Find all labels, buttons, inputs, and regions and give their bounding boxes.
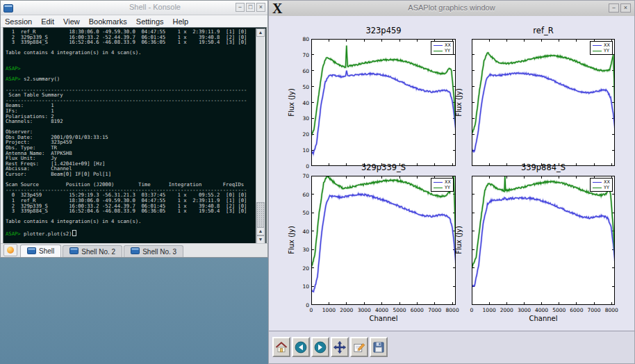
y-tick-label: 70 <box>291 173 309 179</box>
session-ball-icon <box>7 247 14 254</box>
plot-canvas: 323p45901020304050607080ChannelFlux (Jy)… <box>269 16 634 332</box>
legend: XXYY <box>431 41 454 55</box>
legend-entry-XX: XX <box>593 42 610 48</box>
minimize-button[interactable]: − <box>236 3 245 12</box>
terminal-tab-icon <box>27 247 36 256</box>
terminal-tab-icon <box>131 247 140 256</box>
tab-label: Shell No. 3 <box>142 248 176 256</box>
minimize-button[interactable]: − <box>609 3 619 13</box>
y-axis-label: Flux (Jy) <box>288 81 295 123</box>
legend: XXYY <box>590 41 613 55</box>
legend-entry-XX: XX <box>434 179 451 185</box>
legend-entry-YY: YY <box>434 48 451 53</box>
y-tick-label: 10 <box>291 283 309 290</box>
legend-label: XX <box>445 42 451 48</box>
legend-label: XX <box>604 179 610 185</box>
menu-item-session[interactable]: Session <box>5 17 32 26</box>
back-button[interactable] <box>292 337 310 357</box>
plot-area <box>311 176 456 305</box>
home-button[interactable] <box>272 337 290 357</box>
legend-label: YY <box>445 185 450 190</box>
configure-subplots-button[interactable] <box>350 337 368 357</box>
legend-label: XX <box>604 42 610 48</box>
x-axis-label: Channel <box>311 315 456 322</box>
legend-line-sample <box>434 188 443 188</box>
konsole-menubar: SessionEditViewBookmarksSettingsHelp <box>1 15 267 28</box>
konsole-window: Shell - Konsole − □ × SessionEditViewBoo… <box>0 0 268 258</box>
konsole-titlebar[interactable]: Shell - Konsole − □ × <box>1 1 267 15</box>
close-button[interactable]: × <box>256 3 265 12</box>
tab-label: Shell No. 2 <box>81 248 115 256</box>
menu-item-bookmarks[interactable]: Bookmarks <box>89 17 127 26</box>
plot-area <box>472 39 615 166</box>
plot-title: 323p459 <box>297 26 470 35</box>
back-arrow-icon <box>294 340 308 354</box>
asap-prompt: ASAP> <box>6 231 21 237</box>
y-tick-label: 20 <box>291 131 309 138</box>
x-axis-label: Channel <box>472 315 615 322</box>
y-tick-label: 60 <box>291 68 309 74</box>
y-tick-label: 70 <box>291 52 309 58</box>
tab-shell-no-3[interactable]: Shell No. 3 <box>124 245 183 257</box>
y-axis-label: Flux (Jy) <box>455 220 463 261</box>
tab-shell[interactable]: Shell <box>20 245 61 257</box>
asaplot-titlebar[interactable]: X ASAPlot graphics window − × <box>269 1 634 17</box>
legend-label: YY <box>445 48 450 53</box>
subplot-329p339_S: 329p339_S0102030405060700100020003000400… <box>311 176 456 305</box>
pan-arrows-icon <box>333 340 347 354</box>
y-tick-label: 80 <box>291 36 309 42</box>
menu-item-help[interactable]: Help <box>173 17 189 26</box>
asap-prompt: ASAP> <box>6 76 21 82</box>
legend-line-sample <box>593 45 602 46</box>
forward-arrow-icon <box>313 340 327 354</box>
y-axis-label: Flux (Jy) <box>288 220 295 261</box>
maximize-button[interactable]: □ <box>246 3 255 12</box>
subplot-323p459: 323p45901020304050607080ChannelFlux (Jy)… <box>311 39 456 166</box>
terminal-scrollbar[interactable]: ▲ ▲ ▼ <box>256 28 265 244</box>
x-tick-label: 8000 <box>600 307 623 313</box>
legend-line-sample <box>434 45 443 46</box>
terminal-tab-icon <box>69 247 79 256</box>
menu-item-edit[interactable]: Edit <box>41 17 54 26</box>
y-axis-label: Flux (Jy) <box>455 81 463 123</box>
new-session-button[interactable] <box>3 244 17 256</box>
legend: XXYY <box>431 178 454 192</box>
save-button[interactable] <box>370 337 388 357</box>
menu-item-settings[interactable]: Settings <box>136 17 164 26</box>
legend-entry-YY: YY <box>434 185 451 190</box>
legend-entry-YY: YY <box>593 185 610 190</box>
menu-item-view[interactable]: View <box>63 17 80 26</box>
tab-label: Shell <box>39 247 54 255</box>
legend-entry-XX: XX <box>593 179 610 185</box>
floppy-save-icon <box>372 340 386 354</box>
legend-entry-YY: YY <box>593 48 610 53</box>
legend-label: XX <box>445 179 451 185</box>
konsole-app-icon <box>3 3 13 15</box>
scroll-up-button[interactable]: ▲ <box>256 28 265 37</box>
legend-line-sample <box>593 188 602 188</box>
legend: XXYY <box>590 178 613 192</box>
plot-title: ref_R <box>458 26 629 35</box>
y-tick-label: 20 <box>291 265 309 272</box>
plot-toolbar <box>269 331 634 363</box>
tab-shell-no-2[interactable]: Shell No. 2 <box>63 245 122 257</box>
legend-line-sample <box>434 182 443 183</box>
forward-button[interactable] <box>311 337 329 357</box>
legend-entry-XX: XX <box>434 42 451 48</box>
y-tick-label: 10 <box>291 147 309 154</box>
legend-line-sample <box>593 182 602 183</box>
y-tick-label: 60 <box>291 192 309 198</box>
konsole-tabbar: ShellShell No. 2Shell No. 3 <box>1 243 267 257</box>
asaplot-window: X ASAPlot graphics window − × 323p459010… <box>268 0 635 364</box>
close-button[interactable]: × <box>620 3 631 13</box>
scroll-up-button-bottom[interactable]: ▲ <box>256 227 265 235</box>
terminal-area[interactable]: 1 ref_R 18:30:06.0 -49.59.30.0 04:47:55 … <box>3 27 267 245</box>
terminal-text: 1 ref_R 18:30:06.0 -49.59.30.0 04:47:55 … <box>6 29 255 245</box>
pan-button[interactable] <box>331 337 349 357</box>
legend-line-sample <box>593 51 602 51</box>
legend-label: YY <box>604 48 609 53</box>
subplot-339p884_S: 339p884_S0100020003000400050006000700080… <box>472 176 615 305</box>
subplot-ref_R: ref_RChannelFlux (Jy)XXYY <box>472 39 615 166</box>
asap-prompt: ASAP> <box>6 65 21 72</box>
y-tick-label: 50 <box>291 210 309 216</box>
